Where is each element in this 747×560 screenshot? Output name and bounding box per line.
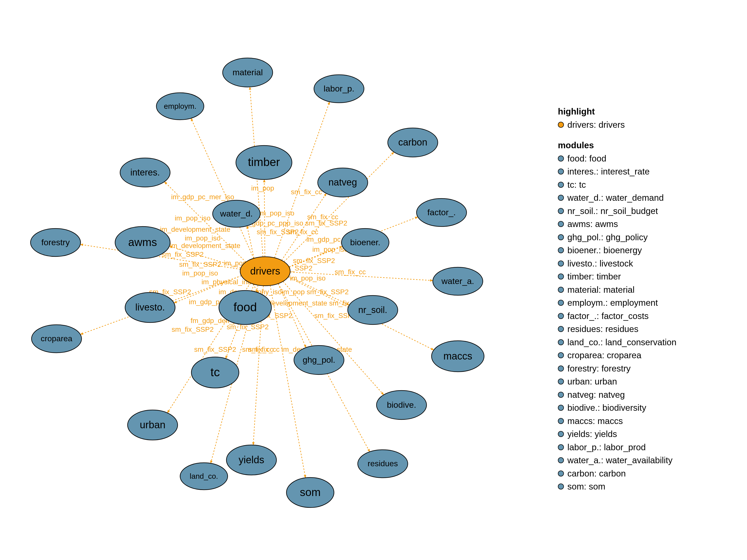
node-awms: awms [115,226,170,259]
edge-label: im_pop_iso [182,269,218,277]
node-drivers: drivers [240,257,290,286]
legend-module-item: bioener.: bioenergy [558,244,676,257]
legend-item-label: labor_p.: labor_prod [567,441,646,454]
legend-item-label: tc: tc [567,178,586,191]
legend-module-item: water_a.: water_availability [558,454,676,467]
node-food: food [219,291,272,324]
svg-point-6 [318,168,368,197]
legend-bullet-icon [558,366,564,372]
svg-point-1 [191,357,239,388]
legend-bullet-icon [558,431,564,437]
svg-point-16 [314,75,364,103]
legend-bullet-icon [558,273,564,279]
svg-point-15 [156,93,204,120]
legend-highlight-item: drivers: drivers [558,118,676,132]
edge-label: im_pop_iso [185,234,221,242]
legend-module-item: forestry: forestry [558,362,676,375]
node-forestry: forestry [30,229,81,257]
edge-employm [191,118,254,258]
legend-bullet-icon [558,471,564,477]
legend-bullet-icon [558,378,564,384]
node-nr_soil: nr_soil. [348,295,398,324]
legend-item-label: drivers: drivers [567,118,625,132]
edge-natveg [282,193,326,261]
legend-highlight-title: highlight [558,105,676,118]
svg-point-26 [240,257,290,286]
legend-module-item: employm.: employment [558,296,676,310]
legend-module-item: residues: residues [558,322,676,336]
node-croparea: croparea [31,325,81,353]
legend-module-item: material: material [558,283,676,296]
node-factor: factor_. [416,198,467,226]
svg-point-7 [341,229,389,257]
edge-bioener [289,246,342,267]
legend-item-label: forestry: forestry [567,362,631,375]
edge-label: im_development_state [160,225,230,233]
legend-bullet-icon [558,156,564,161]
legend-item-label: ghg_pol.: ghg_policy [567,231,648,244]
svg-point-12 [128,410,178,440]
svg-point-13 [120,158,170,187]
node-material: material [223,58,273,87]
node-natveg: natveg [318,168,368,197]
svg-point-17 [388,128,438,157]
edge-label: sm_fix_SSP2 [179,261,221,268]
node-land_co: land_co. [180,463,228,490]
legend-module-item: livesto.: livestock [558,257,676,270]
edge-label: im_development_state [170,242,240,249]
legend-bullet-icon [558,287,564,293]
legend-module-item: carbon: carbon [558,467,676,480]
legend-bullet-icon [558,195,564,201]
legend-module-item: ghg_pol.: ghg_policy [558,231,676,244]
legend-module-item: maccs: maccs [558,415,676,428]
node-ghg_pol: ghg_pol. [294,346,344,374]
legend-bullet-icon [558,208,564,214]
legend-item-label: bioener.: bioenergy [567,244,642,257]
legend-bullet-icon [558,405,564,411]
legend-item-label: employm.: employment [567,296,658,310]
svg-point-2 [236,145,292,180]
edge-water_d [247,226,254,258]
edge-label: sm_fix_SSP2 [172,325,214,333]
legend-item-label: livesto.: livestock [567,257,633,270]
svg-point-25 [30,229,81,257]
legend-module-item: nr_soil.: nr_soil_budget [558,205,676,218]
node-interes: interes. [120,158,170,187]
node-carbon: carbon [388,128,438,157]
edge-label: im_pop sm_fix_SSP2 [282,288,349,296]
edge-label: sm_fix_cc [242,346,273,353]
legend-item-label: som: som [567,480,606,493]
legend-bullet-icon [558,339,564,345]
legend-bullet-icon [558,457,564,463]
node-tc: tc [191,357,239,388]
node-labor_p: labor_p. [314,75,364,103]
edge-ghg_pol [278,284,306,348]
edge-nr_soil [289,276,349,305]
node-som: som [286,478,334,507]
edge-water_a [290,272,433,281]
edge-label: sm_fix_SSP2 [257,228,299,236]
legend-module-item: water_d.: water_demand [558,191,676,205]
node-biodive: biodive. [377,391,427,420]
legend-item-label: water_d.: water_demand [567,191,664,205]
legend-item-label: croparea: croparea [567,349,641,362]
node-maccs: maccs [432,341,484,372]
legend-modules-title: modules [558,139,676,152]
legend-bullet-icon [558,182,564,188]
svg-point-20 [432,341,484,372]
edge-timber [264,180,265,257]
svg-point-3 [115,226,170,259]
legend-module-item: yields: yields [558,427,676,441]
legend-module-item: timber: timber [558,270,676,283]
legend-bullet-icon [558,326,564,332]
edge-som [270,286,306,478]
edge-label: im_pop_iso [290,274,326,282]
legend-module-item: urban: urban [558,375,676,388]
svg-point-18 [416,198,467,226]
svg-point-0 [219,291,272,324]
node-employm: employm. [156,93,204,120]
legend-item-label: material: material [567,283,635,296]
legend-bullet-icon [558,392,564,398]
legend-module-item: food: food [558,152,676,165]
legend-item-label: nr_soil.: nr_soil_budget [567,205,658,218]
